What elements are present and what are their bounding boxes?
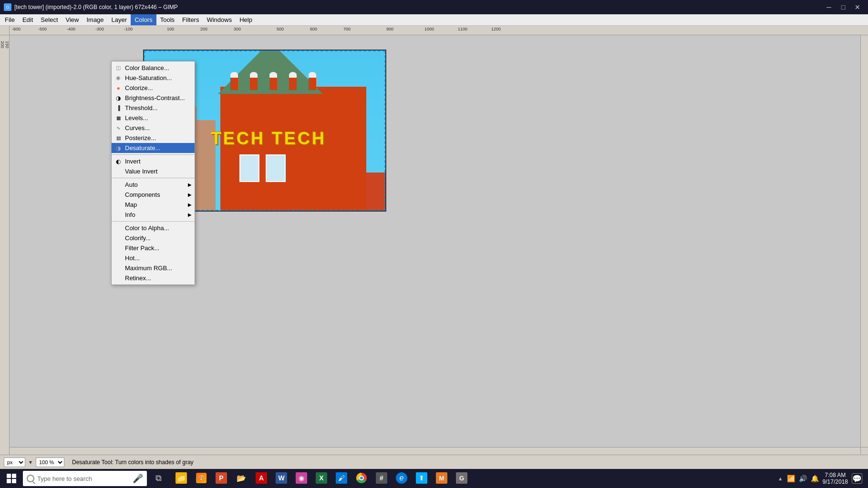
taskbar-task-view[interactable]: ⧉ — [149, 469, 168, 488]
threshold-icon: ▐ — [114, 104, 122, 112]
notification-icon[interactable]: 🔔 — [811, 475, 819, 482]
menu-item-maximum-rgb[interactable]: Maximum RGB... — [112, 263, 195, 273]
color-to-alpha-icon — [114, 224, 122, 232]
colorize-icon: ● — [114, 84, 122, 92]
taskbar-app-unknown1[interactable]: ◉ — [292, 469, 311, 488]
start-button[interactable] — [2, 469, 21, 488]
ruler-horizontal: -600 -500 -400 -300 -100 100 200 300 500… — [10, 26, 868, 35]
menu-windows[interactable]: Windows — [203, 14, 236, 25]
powerpoint-icon: P — [216, 472, 227, 484]
taskbar-app-paint[interactable]: 🎨 — [192, 469, 211, 488]
menu-item-map[interactable]: Map — [112, 200, 195, 210]
volume-icon[interactable]: 🔊 — [799, 475, 807, 482]
menu-item-color-to-alpha[interactable]: Color to Alpha... — [112, 223, 195, 233]
paint-icon: 🎨 — [196, 472, 207, 484]
menu-item-components[interactable]: Components — [112, 190, 195, 200]
separator-1 — [112, 154, 195, 155]
taskbar-app-up[interactable]: ⬆ — [412, 469, 431, 488]
menu-colors[interactable]: Colors — [131, 14, 156, 25]
action-center-icon[interactable]: 💬 — [852, 473, 862, 484]
menu-item-curves[interactable]: ∿ Curves... — [112, 123, 195, 133]
menu-file[interactable]: File — [1, 14, 19, 25]
folder-icon: 📂 — [236, 472, 247, 484]
menu-item-brightness-contrast[interactable]: ◑ Brightness-Contrast... — [112, 93, 195, 103]
menu-select[interactable]: Select — [37, 14, 62, 25]
menu-view[interactable]: View — [62, 14, 83, 25]
canvas-area: TECH TECH ◫ Color Balance... ◉ Hue-Satur… — [10, 35, 868, 455]
maximize-button[interactable]: □ — [837, 1, 850, 13]
menu-item-levels[interactable]: ▦ Levels... — [112, 113, 195, 123]
taskbar-app-word[interactable]: W — [272, 469, 291, 488]
hot-icon — [114, 254, 122, 262]
taskbar-app-folder[interactable]: 📂 — [232, 469, 251, 488]
search-bar[interactable]: Type here to search 🎤 — [23, 471, 147, 486]
date: 9/17/2018 — [823, 478, 848, 485]
word-icon: W — [276, 472, 287, 484]
menu-image[interactable]: Image — [83, 14, 107, 25]
menu-filters[interactable]: Filters — [178, 14, 203, 25]
menu-item-value-invert[interactable]: Value Invert — [112, 166, 195, 176]
taskbar-app-powerpoint[interactable]: P — [212, 469, 231, 488]
search-placeholder: Type here to search — [37, 475, 92, 482]
paint2-icon: 🖌 — [336, 472, 347, 484]
auto-icon — [114, 181, 122, 189]
menu-item-hue-saturation[interactable]: ◉ Hue-Saturation... — [112, 73, 195, 83]
close-button[interactable]: ✕ — [851, 1, 864, 13]
taskbar-app-chrome[interactable] — [352, 469, 371, 488]
file-explorer-icon: 📁 — [176, 472, 187, 484]
ie-icon: e — [396, 472, 407, 484]
menu-tools[interactable]: Tools — [156, 14, 178, 25]
colorify-icon — [114, 234, 122, 242]
max-rgb-icon — [114, 264, 122, 272]
menu-help[interactable]: Help — [236, 14, 256, 25]
microphone-icon: 🎤 — [133, 473, 143, 484]
status-message: Desaturate Tool: Turn colors into shades… — [72, 459, 194, 466]
menu-item-retinex[interactable]: Retinex... — [112, 273, 195, 283]
taskbar-app-ie[interactable]: e — [392, 469, 411, 488]
calc-icon: # — [376, 472, 387, 484]
menu-item-colorize[interactable]: ● Colorize... — [112, 83, 195, 93]
time: 7:08 AM — [823, 472, 848, 478]
acrobat-icon: A — [256, 472, 267, 484]
taskbar-apps: 📁 🎨 P 📂 A W ◉ X 🖌 — [172, 469, 471, 488]
ruler-vertical: 0 50 100 150 200 300 350 400 — [0, 35, 10, 455]
taskbar-app-paint2[interactable]: 🖌 — [332, 469, 351, 488]
menu-item-threshold[interactable]: ▐ Threshold... — [112, 103, 195, 113]
zoom-select[interactable]: 100 % 50 % 200 % — [36, 458, 64, 467]
components-icon — [114, 191, 122, 199]
minimize-button[interactable]: ─ — [822, 1, 836, 13]
excel-icon: X — [316, 472, 327, 484]
desaturate-icon: ◑ — [114, 144, 122, 152]
matlab-icon: M — [436, 472, 447, 484]
menu-edit[interactable]: Edit — [19, 14, 37, 25]
menu-item-hot[interactable]: Hot... — [112, 253, 195, 263]
scrollbar-vertical[interactable] — [860, 35, 868, 447]
task-view-icon: ⧉ — [153, 472, 164, 484]
taskbar-app-acrobat[interactable]: A — [252, 469, 271, 488]
taskbar-app-explorer[interactable]: 📁 — [172, 469, 191, 488]
status-bar: px % in mm ▾ 100 % 50 % 200 % Desaturate… — [0, 455, 868, 469]
info-icon — [114, 211, 122, 219]
menu-item-invert[interactable]: ◐ Invert — [112, 156, 195, 166]
clock-display[interactable]: 7:08 AM 9/17/2018 — [823, 472, 848, 485]
menu-item-auto[interactable]: Auto — [112, 180, 195, 190]
invert-icon: ◐ — [114, 158, 122, 165]
menu-item-filter-pack[interactable]: Filter Pack... — [112, 243, 195, 253]
taskbar-app-calc[interactable]: # — [372, 469, 391, 488]
expand-tray[interactable]: ▲ — [778, 476, 783, 481]
taskbar-app-excel[interactable]: X — [312, 469, 331, 488]
menu-item-desaturate[interactable]: ◑ Desaturate... — [112, 143, 195, 153]
menu-item-info[interactable]: Info — [112, 210, 195, 220]
taskbar-app-matlab[interactable]: M — [432, 469, 451, 488]
update-icon: ⬆ — [416, 472, 427, 484]
scrollbar-horizontal[interactable] — [10, 447, 860, 455]
menu-layer[interactable]: Layer — [108, 14, 131, 25]
unit-select[interactable]: px % in mm — [4, 458, 25, 467]
levels-icon: ▦ — [114, 114, 122, 122]
system-tray: ▲ 📶 🔊 🔔 7:08 AM 9/17/2018 💬 — [778, 472, 866, 485]
filter-pack-icon — [114, 244, 122, 252]
menu-item-posterize[interactable]: ▤ Posterize... — [112, 133, 195, 143]
menu-item-color-balance[interactable]: ◫ Color Balance... — [112, 63, 195, 73]
taskbar-app-gimp[interactable]: G — [452, 469, 471, 488]
menu-item-colorify[interactable]: Colorify... — [112, 233, 195, 243]
